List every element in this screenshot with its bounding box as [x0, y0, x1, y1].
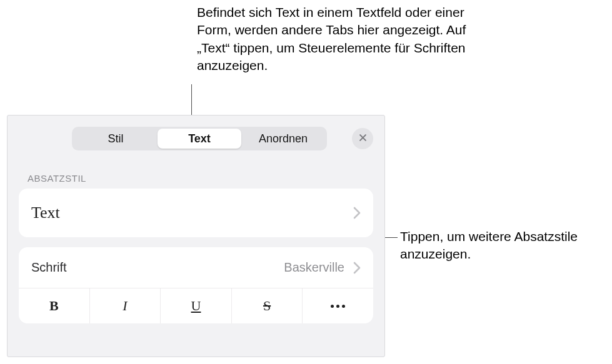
- chevron-right-icon: [353, 207, 361, 219]
- paragraph-style-card: Text: [19, 189, 373, 237]
- paragraph-style-row[interactable]: Text: [19, 189, 373, 237]
- more-icon: [331, 305, 345, 308]
- segmented-control: Stil Text Anordnen: [72, 127, 327, 150]
- section-label-paragraph-style: ABSATZSTIL: [8, 157, 384, 189]
- format-panel: Stil Text Anordnen ABSATZSTIL Text: [7, 115, 385, 357]
- close-button[interactable]: [352, 128, 373, 149]
- tabs-row: Stil Text Anordnen: [8, 116, 384, 157]
- underline-button[interactable]: U: [161, 288, 231, 323]
- font-card: Schrift Baskerville B I U S: [19, 247, 373, 323]
- annotation-right: Tippen, um weitere Absatzstile anzuzeige…: [400, 228, 600, 263]
- close-icon: [358, 133, 368, 145]
- paragraph-style-value: Text: [31, 204, 60, 222]
- bold-button[interactable]: B: [19, 288, 89, 323]
- font-label: Schrift: [31, 260, 67, 275]
- font-value: Baskerville: [284, 260, 344, 275]
- chevron-right-icon: [353, 262, 361, 274]
- tab-text[interactable]: Text: [158, 129, 241, 149]
- font-row[interactable]: Schrift Baskerville: [19, 247, 373, 288]
- tab-style[interactable]: Stil: [74, 129, 158, 149]
- annotation-top: Befindet sich Text in einem Textfeld ode…: [197, 4, 497, 74]
- more-options-button[interactable]: [303, 288, 373, 323]
- tab-arrange[interactable]: Anordnen: [241, 129, 325, 149]
- text-style-row: B I U S: [19, 288, 373, 323]
- italic-button[interactable]: I: [90, 288, 161, 323]
- strikethrough-button[interactable]: S: [232, 288, 303, 323]
